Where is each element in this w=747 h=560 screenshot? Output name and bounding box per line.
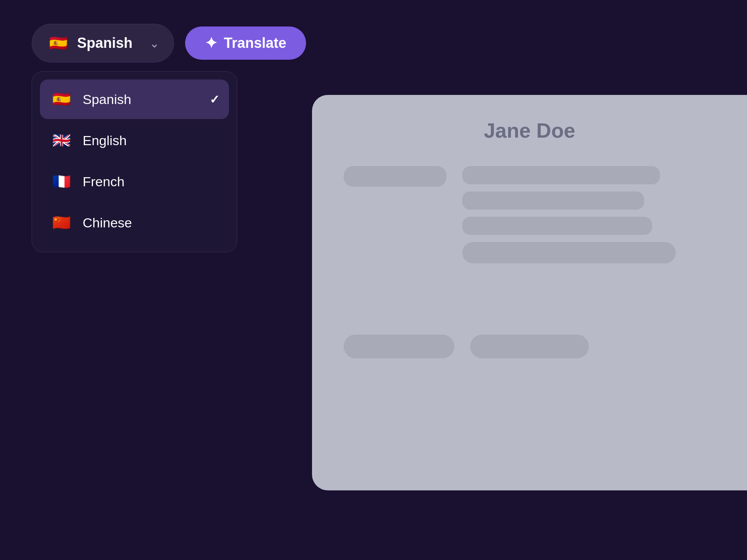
card-bottom-row: [344, 335, 715, 358]
english-label: English: [83, 133, 219, 148]
top-bar: 🇪🇸 Spanish ⌄ ✦ Translate: [32, 24, 715, 62]
selected-flag: 🇪🇸: [46, 31, 70, 55]
dropdown-item-chinese[interactable]: 🇨🇳 Chinese: [40, 203, 229, 242]
chinese-flag: 🇨🇳: [49, 211, 73, 235]
dropdown-item-english[interactable]: 🇬🇧 English: [40, 121, 229, 160]
card-row-1: [344, 166, 715, 263]
language-dropdown: 🇪🇸 Spanish ✓ 🇬🇧 English 🇫🇷 French 🇨🇳 Chi…: [32, 71, 237, 252]
right-block-3: [462, 217, 652, 235]
french-flag: 🇫🇷: [49, 170, 73, 193]
dropdown-item-spanish[interactable]: 🇪🇸 Spanish ✓: [40, 79, 229, 119]
user-name: Jane Doe: [344, 119, 715, 142]
spanish-flag: 🇪🇸: [49, 87, 73, 111]
chinese-label: Chinese: [83, 215, 219, 231]
content-card: Jane Doe: [312, 95, 747, 490]
bottom-block-2: [470, 335, 589, 358]
dropdown-item-french[interactable]: 🇫🇷 French: [40, 162, 229, 201]
right-column: [462, 166, 676, 263]
spanish-label: Spanish: [83, 92, 200, 107]
selected-checkmark: ✓: [210, 93, 219, 106]
language-selector-button[interactable]: 🇪🇸 Spanish ⌄: [32, 24, 174, 62]
selected-language-label: Spanish: [77, 35, 142, 51]
right-block-4: [462, 242, 676, 263]
sparkle-icon: ✦: [205, 34, 217, 52]
translate-button[interactable]: ✦ Translate: [185, 26, 306, 60]
english-flag: 🇬🇧: [49, 129, 73, 152]
bottom-block-1: [344, 335, 454, 358]
main-container: 🇪🇸 Spanish ⌄ ✦ Translate 🇪🇸 Spanish ✓ 🇬🇧…: [0, 0, 747, 560]
placeholder-block-1: [344, 166, 446, 187]
right-block-1: [462, 166, 660, 184]
right-block-2: [462, 191, 644, 210]
french-label: French: [83, 174, 219, 189]
translate-label: Translate: [224, 35, 286, 51]
chevron-down-icon: ⌄: [149, 36, 159, 50]
